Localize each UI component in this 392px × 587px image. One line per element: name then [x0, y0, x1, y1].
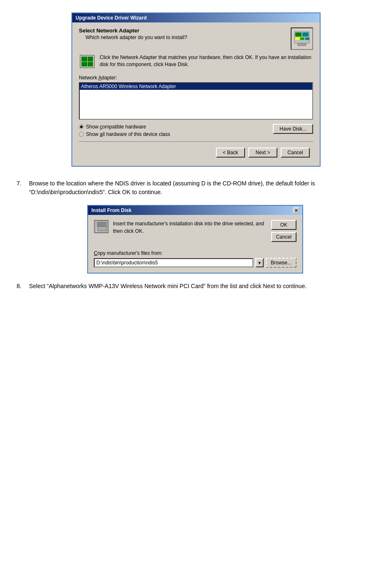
svg-rect-3: [295, 37, 299, 40]
instruction-7-text: Browse to the location where the NDIS dr…: [29, 179, 375, 197]
install-top-row: Insert the manufacturer's installation d…: [94, 220, 296, 242]
adapter-list-item[interactable]: Atheros AR5000 Wireless Network Adapter: [80, 83, 312, 90]
radio-group: Show compatible hardware Show all hardwa…: [79, 124, 313, 137]
next-button[interactable]: Next >: [248, 148, 277, 158]
copy-label: Copy manufacturer's files from:: [94, 250, 296, 256]
wizard-title-bar: Upgrade Device Driver Wizard: [72, 13, 320, 22]
info-row: Click the Network Adapter that matches y…: [79, 54, 313, 69]
wizard-title-text: Upgrade Device Driver Wizard: [76, 15, 147, 21]
svg-rect-5: [305, 37, 309, 40]
copy-row: ▼ Browse...: [94, 258, 296, 268]
svg-rect-6: [298, 43, 306, 46]
cancel-button[interactable]: Cancel: [281, 148, 310, 158]
wizard-button-row: < Back Next > Cancel: [79, 145, 313, 161]
install-cancel-button[interactable]: Cancel: [271, 232, 296, 242]
instruction-8-text: Select “Alphanetworks WMP-A13V Wireless …: [29, 282, 375, 291]
radio-compatible-label: Show compatible hardware: [86, 124, 146, 130]
network-icon-svg: [294, 31, 310, 47]
floppy-disk-icon: [95, 220, 108, 233]
svg-rect-4: [300, 37, 304, 40]
svg-rect-1: [295, 32, 301, 37]
path-input[interactable]: [94, 258, 253, 267]
network-adapter-label: Network Adapter:: [79, 75, 313, 81]
install-ok-button[interactable]: OK: [271, 220, 296, 230]
browse-button[interactable]: Browse...: [266, 258, 296, 268]
info-icon: [79, 54, 96, 69]
instruction-7-number: 7.: [17, 179, 29, 188]
instruction-7: 7. Browse to the location where the NDIS…: [17, 179, 375, 197]
instruction-8: 8. Select “Alphanetworks WMP-A13V Wirele…: [17, 282, 375, 291]
floppy-icon: [94, 220, 109, 233]
close-icon[interactable]: ✕: [293, 207, 299, 213]
install-title-bar: Install From Disk ✕: [88, 206, 302, 215]
install-title-text: Install From Disk: [91, 207, 132, 213]
dropdown-arrow-icon[interactable]: ▼: [255, 258, 264, 267]
svg-rect-2: [302, 32, 309, 37]
have-disk-button[interactable]: Have Disk...: [273, 124, 313, 134]
grid-icon: [80, 55, 95, 68]
info-text: Click the Network Adapter that matches y…: [100, 54, 313, 68]
divider: [79, 141, 313, 142]
radio-all-hardware[interactable]: [79, 132, 84, 137]
wizard-section-subtitle: Which network adapter do you want to ins…: [86, 35, 287, 40]
upgrade-driver-wizard-dialog: Upgrade Device Driver Wizard Select Netw…: [71, 12, 321, 167]
back-button[interactable]: < Back: [216, 148, 245, 158]
network-adapter-icon: [291, 27, 313, 50]
radio-compatible[interactable]: [79, 124, 84, 129]
adapter-listbox[interactable]: Atheros AR5000 Wireless Network Adapter: [79, 82, 313, 120]
install-buttons-area: OK Cancel: [271, 220, 296, 242]
wizard-section-title: Select Network Adapter: [79, 27, 287, 34]
instruction-8-number: 8.: [17, 282, 29, 291]
install-from-disk-dialog: Install From Disk ✕ Insert the manufactu…: [87, 205, 303, 274]
install-insert-text: Insert the manufacturer's installation d…: [113, 220, 267, 235]
radio-all-hardware-label: Show all hardware of this device class: [86, 131, 170, 137]
install-bottom-area: Copy manufacturer's files from: ▼ Browse…: [94, 250, 296, 268]
